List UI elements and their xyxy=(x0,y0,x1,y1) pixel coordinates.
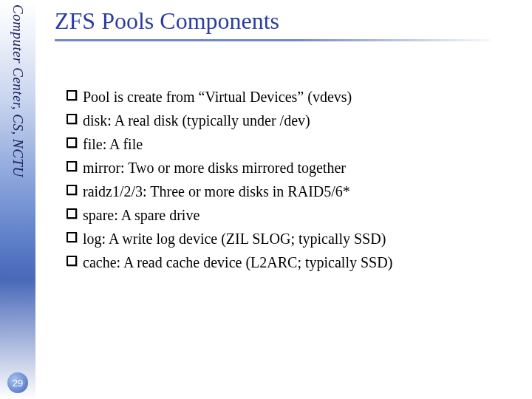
bullet-text: file: A file xyxy=(83,133,510,155)
sidebar: Computer Center, CS, NCTU 29 xyxy=(0,0,35,399)
slide-title: ZFS Pools Components xyxy=(52,7,510,35)
bullet-text: cache: A read cache device (L2ARC; typic… xyxy=(83,251,510,273)
bullet-icon xyxy=(66,161,77,171)
bullet-list: Pool is create from “Virtual Devices” (v… xyxy=(52,86,510,273)
bullet-text: log: A write log device (ZIL SLOG; typic… xyxy=(83,228,510,250)
bullet-icon xyxy=(66,208,77,219)
list-item: raidz1/2/3: Three or more disks in RAID5… xyxy=(66,180,510,202)
title-underline xyxy=(55,39,491,41)
bullet-text: mirror: Two or more disks mirrored toget… xyxy=(83,157,510,179)
list-item: log: A write log device (ZIL SLOG; typic… xyxy=(66,228,510,250)
bullet-icon xyxy=(66,137,77,148)
bullet-text: spare: A spare drive xyxy=(83,204,510,226)
bullet-text: Pool is create from “Virtual Devices” (v… xyxy=(83,86,510,108)
sidebar-label: Computer Center, CS, NCTU xyxy=(10,4,26,177)
list-item: Pool is create from “Virtual Devices” (v… xyxy=(66,86,510,108)
bullet-icon xyxy=(66,185,77,195)
list-item: mirror: Two or more disks mirrored toget… xyxy=(66,157,510,179)
bullet-text: disk: A real disk (typically under /dev) xyxy=(83,109,510,132)
list-item: cache: A read cache device (L2ARC; typic… xyxy=(66,251,510,273)
slide-content: ZFS Pools Components Pool is create from… xyxy=(52,7,510,275)
bullet-icon xyxy=(66,232,77,242)
bullet-icon xyxy=(66,114,77,124)
page-number-badge: 29 xyxy=(7,372,28,393)
bullet-text: raidz1/2/3: Three or more disks in RAID5… xyxy=(83,180,510,202)
list-item: file: A file xyxy=(66,133,510,155)
bullet-icon xyxy=(66,90,77,100)
list-item: disk: A real disk (typically under /dev) xyxy=(66,109,510,132)
bullet-icon xyxy=(66,256,77,266)
list-item: spare: A spare drive xyxy=(66,204,510,226)
